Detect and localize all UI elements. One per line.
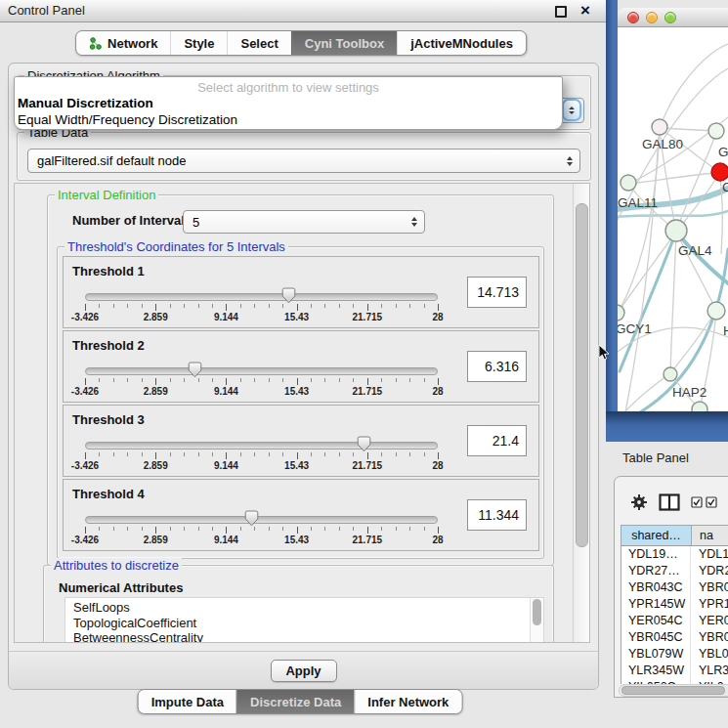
apply-strip: Apply [9, 651, 598, 689]
threshold-value-input[interactable]: 21.4 [467, 425, 527, 456]
cell-name[interactable]: YBR0 [691, 629, 728, 646]
attribute-list-item[interactable]: SelfLoops [73, 600, 543, 616]
network-canvas[interactable]: GAL80GACGAL11GAL4GCY1HHAP2 [618, 27, 728, 411]
split-view-icon[interactable] [659, 493, 680, 511]
settings-scrollbar[interactable] [573, 184, 589, 642]
table-row[interactable]: YDL19…YDL1 [621, 546, 728, 563]
network-node[interactable] [664, 367, 677, 381]
table-data-select[interactable]: galFiltered.sif default node [27, 149, 580, 173]
numerical-attributes-heading: Numerical Attributes [59, 580, 183, 595]
network-node[interactable] [665, 220, 687, 241]
threshold-slider[interactable]: -3.4262.8599.14415.4321.71528 [85, 367, 438, 397]
minimize-light[interactable] [646, 12, 658, 23]
attribute-list-item[interactable]: BetweennessCentrality [73, 630, 543, 643]
zoom-light[interactable] [664, 12, 676, 23]
cell-shared-name[interactable]: YLR345W [621, 663, 691, 679]
scrollbar-thumb[interactable] [533, 599, 541, 625]
table-horizontal-scrollbar[interactable] [619, 684, 728, 697]
slider-handle[interactable] [281, 287, 296, 304]
network-node[interactable] [618, 305, 624, 321]
table-row[interactable]: YER054CYER0 [621, 613, 728, 629]
attributes-scrollbar[interactable] [530, 598, 543, 642]
checkbox-icon[interactable] [706, 496, 717, 508]
attribute-list-item[interactable]: TopologicalCoefficient [73, 616, 543, 631]
cell-name[interactable]: YLR3 [691, 663, 728, 679]
slider-tick-labels: -3.4262.8599.14415.4321.71528 [85, 312, 438, 322]
threshold-slider[interactable]: -3.4262.8599.14415.4321.71528 [85, 293, 438, 322]
threshold-value-input[interactable]: 6.316 [467, 351, 527, 382]
cell-name[interactable]: YDL1 [691, 546, 728, 563]
table-row[interactable]: YPR145WYPR1 [621, 596, 728, 613]
threshold-value-input[interactable]: 11.344 [467, 499, 527, 531]
network-node[interactable] [692, 402, 707, 411]
network-node[interactable] [708, 123, 724, 139]
float-icon[interactable] [555, 6, 567, 18]
node-table[interactable]: shared… na YDL19…YDL1YDR27…YDR2YBR043CYB… [621, 525, 728, 684]
slider-track[interactable] [85, 516, 438, 524]
cell-name[interactable]: YER0 [691, 613, 728, 629]
threshold-label: Threshold 4 [72, 487, 145, 501]
tab-cyni-toolbox-label: Cyni Toolbox [305, 36, 384, 51]
tab-discretize-data[interactable]: Discretize Data [236, 690, 354, 713]
network-node[interactable] [652, 119, 667, 135]
table-row[interactable]: YDR27…YDR2 [621, 563, 728, 579]
scrollbar-thumb[interactable] [576, 203, 588, 547]
tab-infer-network-label: Infer Network [367, 695, 449, 709]
cell-name[interactable]: YBR0 [691, 579, 728, 596]
cell-shared-name[interactable]: YDL19… [621, 546, 691, 563]
slider-handle[interactable] [188, 362, 202, 378]
cell-shared-name[interactable]: YDR27… [621, 563, 691, 579]
checkbox-icon[interactable] [691, 496, 703, 508]
slider-track[interactable] [85, 367, 438, 375]
tab-style[interactable]: Style [170, 31, 227, 55]
number-of-intervals-select[interactable]: 5 [183, 210, 425, 234]
cell-shared-name[interactable]: YER054C [621, 613, 691, 629]
close-icon[interactable]: × [580, 0, 590, 21]
table-row[interactable]: YBR045CYBR0 [621, 629, 728, 646]
slider-handle[interactable] [244, 510, 259, 527]
cyni-toolbox-panel: Discretization Algorithm Table Data galF… [8, 63, 599, 690]
apply-button[interactable]: Apply [271, 660, 337, 682]
algorithm-option-equal-width[interactable]: Equal Width/Frequency Discretization [15, 112, 562, 129]
slider-handle[interactable] [357, 436, 371, 452]
cell-shared-name[interactable]: YBR045C [621, 629, 691, 646]
slider-tick-labels: -3.4262.8599.14415.4321.71528 [85, 460, 438, 471]
threshold-value-input[interactable]: 14.713 [467, 277, 527, 308]
cell-shared-name[interactable]: YBR043C [621, 579, 691, 596]
threshold-slider[interactable]: -3.4262.8599.14415.4321.71528 [85, 442, 438, 471]
column-header-shared-name[interactable]: shared… [621, 526, 692, 545]
table-data-selected-value: galFiltered.sif default node [28, 153, 567, 168]
slider-track[interactable] [85, 293, 438, 301]
table-row[interactable]: YBL079WYBL0 [621, 646, 728, 663]
algorithm-select-button[interactable] [564, 101, 579, 119]
tab-cyni-toolbox[interactable]: Cyni Toolbox [291, 31, 397, 55]
network-node[interactable] [711, 163, 728, 181]
column-header-name[interactable]: na [692, 526, 728, 545]
cell-name[interactable]: YDR2 [691, 563, 728, 579]
table-panel-title: Table Panel [622, 450, 689, 465]
network-node[interactable] [707, 302, 725, 320]
scrollbar-thumb[interactable] [621, 686, 725, 695]
tab-impute-data[interactable]: Impute Data [139, 690, 236, 713]
tab-jactivemnodules[interactable]: jActiveMNodules [397, 31, 526, 55]
tab-infer-network[interactable]: Infer Network [354, 690, 461, 713]
table-row[interactable]: YBR043CYBR0 [621, 579, 728, 596]
network-node[interactable] [621, 175, 636, 191]
node-label: GCY1 [618, 321, 652, 336]
cell-name[interactable]: YBL0 [691, 646, 728, 663]
threshold-slider[interactable]: -3.4262.8599.14415.4321.71528 [85, 516, 438, 545]
tab-select-label: Select [240, 36, 278, 51]
algorithm-option-manual[interactable]: Manual Discretization [15, 96, 562, 112]
tab-select[interactable]: Select [227, 31, 290, 55]
numerical-attributes-list[interactable]: SelfLoopsTopologicalCoefficientBetweenne… [64, 597, 544, 643]
network-icon [89, 37, 102, 50]
slider-track[interactable] [85, 442, 438, 450]
cell-name[interactable]: YPR1 [691, 596, 728, 613]
cell-shared-name[interactable]: YPR145W [621, 596, 691, 613]
tab-impute-data-label: Impute Data [151, 695, 224, 709]
gear-icon[interactable] [630, 493, 648, 511]
cell-shared-name[interactable]: YBL079W [621, 646, 691, 663]
tab-network[interactable]: Network [76, 31, 170, 55]
table-row[interactable]: YLR345WYLR3 [621, 663, 728, 679]
close-light[interactable] [627, 12, 639, 23]
